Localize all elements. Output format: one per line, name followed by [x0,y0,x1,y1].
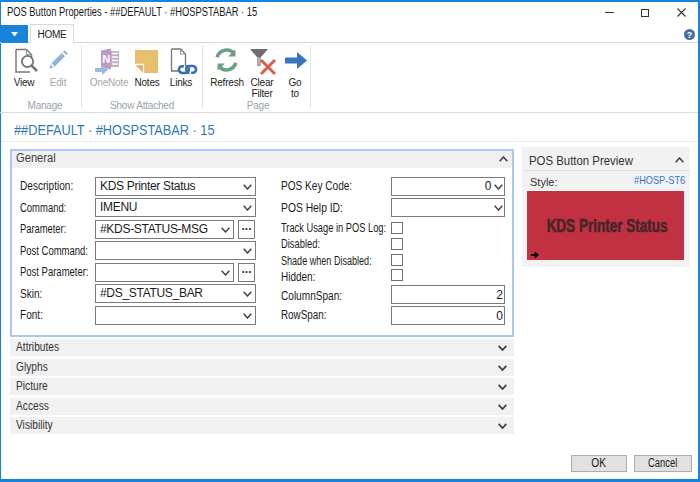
svg-text:N: N [102,53,110,65]
